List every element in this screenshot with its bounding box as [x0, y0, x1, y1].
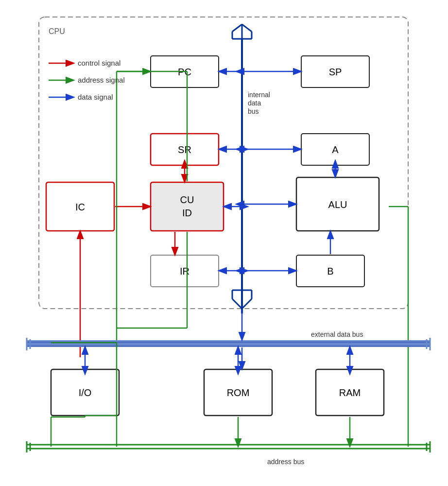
a-label: A [332, 144, 339, 155]
b-label: B [327, 266, 333, 277]
internal-data-bus-label: internal [248, 91, 270, 99]
ram-label: RAM [339, 387, 361, 398]
legend-control-signal: control signal [78, 59, 121, 67]
external-data-bus-label: external data bus [311, 330, 363, 338]
cpu-diagram: CPU control signal address signal data s… [10, 7, 438, 479]
cu-id-box [151, 182, 224, 231]
bus-bottom-diag-r [242, 299, 252, 309]
io-label: I/O [79, 387, 92, 398]
bus-top-diag-r [242, 24, 252, 32]
internal-data-bus-label2: data [248, 99, 261, 107]
sp-label: SP [329, 67, 342, 77]
bus-top-diag-l [232, 24, 242, 32]
id-label: ID [182, 208, 192, 218]
internal-data-bus-label3: bus [248, 107, 259, 115]
legend-address-signal: address signal [78, 76, 125, 84]
ic-label: IC [75, 202, 85, 212]
rom-label: ROM [227, 387, 250, 398]
sr-label: SR [178, 144, 191, 155]
address-bus-label: address bus [267, 458, 304, 466]
alu-label: ALU [328, 199, 347, 210]
legend-data-signal: data signal [78, 93, 113, 101]
cu-label: CU [180, 194, 194, 205]
bus-bottom-diag-l [232, 299, 242, 309]
cpu-label: CPU [49, 27, 65, 35]
ir-label: IR [180, 266, 190, 277]
